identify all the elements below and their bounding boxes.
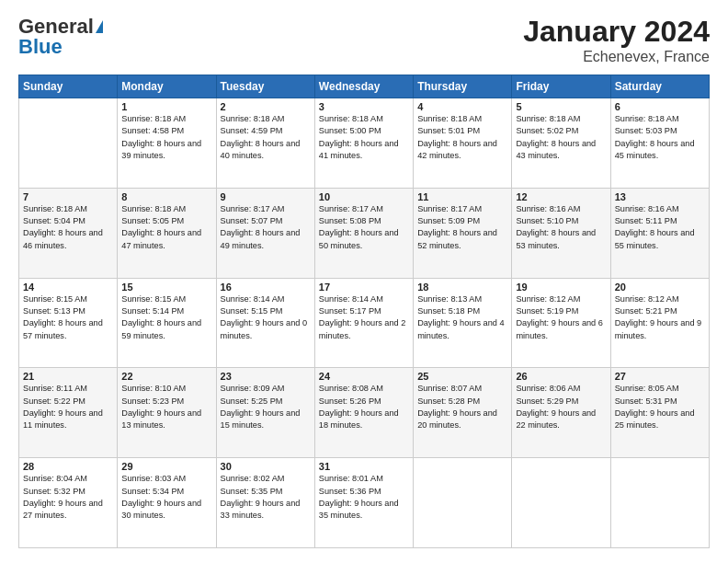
table-row: 5 Sunrise: 8:18 AMSunset: 5:02 PM Daylig…: [512, 98, 610, 189]
day-info: Sunrise: 8:12 AMSunset: 5:19 PM Daylight…: [516, 293, 606, 342]
table-row: 6 Sunrise: 8:18 AMSunset: 5:03 PM Daylig…: [610, 98, 709, 189]
day-info: Sunrise: 8:06 AMSunset: 5:29 PM Daylight…: [516, 383, 606, 431]
day-number: 15: [121, 282, 211, 293]
day-info: Sunrise: 8:07 AMSunset: 5:28 PM Daylight…: [417, 383, 507, 431]
day-info: Sunrise: 8:14 AMSunset: 5:15 PM Daylight…: [221, 293, 311, 342]
day-number: 8: [121, 191, 211, 202]
table-row: 24 Sunrise: 8:08 AMSunset: 5:26 PM Dayli…: [314, 368, 413, 458]
day-number: 21: [23, 371, 113, 382]
table-row: [414, 458, 512, 548]
table-row: 4 Sunrise: 8:18 AMSunset: 5:01 PM Daylig…: [414, 98, 512, 189]
day-info: Sunrise: 8:03 AMSunset: 5:34 PM Daylight…: [121, 473, 211, 522]
table-row: 31 Sunrise: 8:01 AMSunset: 5:36 PM Dayli…: [314, 458, 413, 548]
day-number: 9: [221, 191, 311, 202]
col-saturday: Saturday: [610, 75, 709, 98]
table-row: 12 Sunrise: 8:16 AMSunset: 5:10 PM Dayli…: [512, 188, 610, 278]
day-info: Sunrise: 8:18 AMSunset: 5:02 PM Daylight…: [516, 113, 606, 162]
day-number: 26: [516, 371, 606, 382]
page-subtitle: Echenevex, France: [523, 49, 710, 65]
table-row: 3 Sunrise: 8:18 AMSunset: 5:00 PM Daylig…: [314, 98, 413, 189]
table-row: 7 Sunrise: 8:18 AMSunset: 5:04 PM Daylig…: [19, 188, 118, 278]
day-number: 7: [23, 191, 113, 202]
table-row: 13 Sunrise: 8:16 AMSunset: 5:11 PM Dayli…: [610, 188, 709, 278]
col-wednesday: Wednesday: [314, 75, 413, 98]
table-row: 23 Sunrise: 8:09 AMSunset: 5:25 PM Dayli…: [216, 368, 314, 458]
col-thursday: Thursday: [414, 75, 512, 98]
day-info: Sunrise: 8:11 AMSunset: 5:22 PM Daylight…: [23, 383, 113, 431]
day-number: 22: [121, 371, 211, 382]
table-row: 27 Sunrise: 8:05 AMSunset: 5:31 PM Dayli…: [610, 368, 709, 458]
day-number: 23: [221, 371, 311, 382]
day-number: 1: [121, 101, 211, 112]
table-row: 2 Sunrise: 8:18 AMSunset: 4:59 PM Daylig…: [216, 98, 314, 189]
day-number: 10: [319, 191, 409, 202]
day-number: 4: [417, 101, 507, 112]
table-row: 8 Sunrise: 8:18 AMSunset: 5:05 PM Daylig…: [118, 188, 216, 278]
day-info: Sunrise: 8:18 AMSunset: 5:01 PM Daylight…: [417, 113, 507, 162]
day-number: 30: [221, 461, 311, 472]
table-row: 10 Sunrise: 8:17 AMSunset: 5:08 PM Dayli…: [314, 188, 413, 278]
day-info: Sunrise: 8:14 AMSunset: 5:17 PM Daylight…: [319, 293, 409, 342]
day-number: 31: [319, 461, 409, 472]
table-row: 29 Sunrise: 8:03 AMSunset: 5:34 PM Dayli…: [118, 458, 216, 548]
table-row: 11 Sunrise: 8:17 AMSunset: 5:09 PM Dayli…: [414, 188, 512, 278]
day-info: Sunrise: 8:18 AMSunset: 4:59 PM Daylight…: [221, 113, 311, 162]
day-info: Sunrise: 8:16 AMSunset: 5:10 PM Daylight…: [516, 203, 606, 252]
day-number: 28: [23, 461, 113, 472]
table-row: 14 Sunrise: 8:15 AMSunset: 5:13 PM Dayli…: [19, 278, 118, 368]
day-number: 3: [319, 101, 409, 112]
table-row: [610, 458, 709, 548]
table-row: 25 Sunrise: 8:07 AMSunset: 5:28 PM Dayli…: [414, 368, 512, 458]
day-info: Sunrise: 8:05 AMSunset: 5:31 PM Daylight…: [615, 383, 705, 431]
day-info: Sunrise: 8:12 AMSunset: 5:21 PM Daylight…: [615, 293, 705, 342]
day-info: Sunrise: 8:18 AMSunset: 4:58 PM Daylight…: [121, 113, 211, 162]
day-info: Sunrise: 8:08 AMSunset: 5:26 PM Daylight…: [319, 383, 409, 431]
day-number: 2: [221, 101, 311, 112]
col-sunday: Sunday: [19, 75, 118, 98]
day-info: Sunrise: 8:16 AMSunset: 5:11 PM Daylight…: [615, 203, 705, 252]
table-row: 30 Sunrise: 8:02 AMSunset: 5:35 PM Dayli…: [216, 458, 314, 548]
day-info: Sunrise: 8:17 AMSunset: 5:08 PM Daylight…: [319, 203, 409, 252]
day-number: 27: [615, 371, 705, 382]
table-row: 28 Sunrise: 8:04 AMSunset: 5:32 PM Dayli…: [19, 458, 118, 548]
logo-triangle-icon: [96, 20, 103, 33]
day-info: Sunrise: 8:15 AMSunset: 5:13 PM Daylight…: [23, 293, 113, 342]
day-info: Sunrise: 8:01 AMSunset: 5:36 PM Daylight…: [319, 473, 409, 522]
table-row: [19, 98, 118, 189]
day-info: Sunrise: 8:10 AMSunset: 5:23 PM Daylight…: [121, 383, 211, 431]
day-info: Sunrise: 8:17 AMSunset: 5:07 PM Daylight…: [221, 203, 311, 252]
day-number: 16: [221, 282, 311, 293]
day-number: 18: [417, 282, 507, 293]
header: General Blue January 2024 Echenevex, Fra…: [18, 15, 710, 65]
table-row: 16 Sunrise: 8:14 AMSunset: 5:15 PM Dayli…: [216, 278, 314, 368]
logo: General Blue: [18, 15, 103, 59]
day-number: 25: [417, 371, 507, 382]
table-row: [512, 458, 610, 548]
table-row: 1 Sunrise: 8:18 AMSunset: 4:58 PM Daylig…: [118, 98, 216, 189]
day-number: 24: [319, 371, 409, 382]
table-row: 9 Sunrise: 8:17 AMSunset: 5:07 PM Daylig…: [216, 188, 314, 278]
calendar-table: Sunday Monday Tuesday Wednesday Thursday…: [18, 75, 710, 548]
col-friday: Friday: [512, 75, 610, 98]
day-number: 17: [319, 282, 409, 293]
page: General Blue January 2024 Echenevex, Fra…: [0, 0, 728, 563]
table-row: 17 Sunrise: 8:14 AMSunset: 5:17 PM Dayli…: [314, 278, 413, 368]
table-row: 20 Sunrise: 8:12 AMSunset: 5:21 PM Dayli…: [610, 278, 709, 368]
day-info: Sunrise: 8:18 AMSunset: 5:05 PM Daylight…: [121, 203, 211, 252]
day-number: 13: [615, 191, 705, 202]
day-number: 14: [23, 282, 113, 293]
day-info: Sunrise: 8:04 AMSunset: 5:32 PM Daylight…: [23, 473, 113, 522]
day-number: 20: [615, 282, 705, 293]
col-monday: Monday: [118, 75, 216, 98]
day-info: Sunrise: 8:15 AMSunset: 5:14 PM Daylight…: [121, 293, 211, 342]
day-number: 19: [516, 282, 606, 293]
day-number: 11: [417, 191, 507, 202]
day-info: Sunrise: 8:17 AMSunset: 5:09 PM Daylight…: [417, 203, 507, 252]
day-info: Sunrise: 8:13 AMSunset: 5:18 PM Daylight…: [417, 293, 507, 342]
day-info: Sunrise: 8:09 AMSunset: 5:25 PM Daylight…: [221, 383, 311, 431]
col-tuesday: Tuesday: [216, 75, 314, 98]
table-row: 22 Sunrise: 8:10 AMSunset: 5:23 PM Dayli…: [118, 368, 216, 458]
day-number: 6: [615, 101, 705, 112]
day-number: 29: [121, 461, 211, 472]
day-info: Sunrise: 8:18 AMSunset: 5:04 PM Daylight…: [23, 203, 113, 252]
